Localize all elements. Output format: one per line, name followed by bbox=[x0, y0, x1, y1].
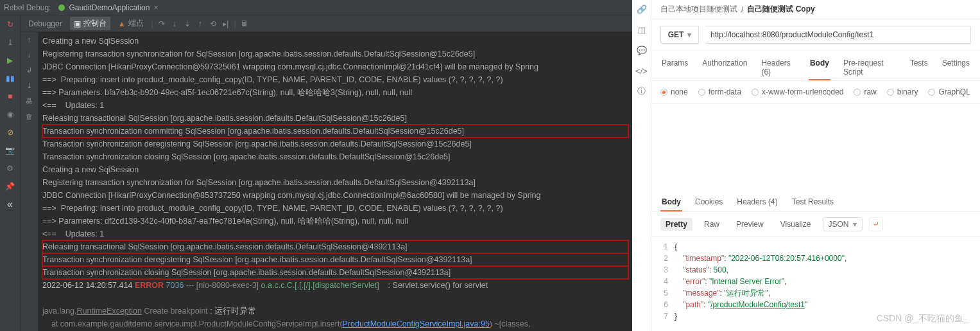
view-visualize[interactable]: Visualize bbox=[775, 218, 816, 231]
info-icon[interactable]: ⓘ bbox=[637, 86, 647, 96]
breakpoints-small-icon: ▲ bbox=[118, 19, 126, 28]
log-line: Transaction synchronization closing SqlS… bbox=[42, 150, 628, 163]
wrap-icon[interactable]: ⤶ bbox=[869, 217, 883, 231]
rerun-icon[interactable]: ↻ bbox=[5, 19, 15, 30]
pin-icon[interactable]: 📌 bbox=[5, 181, 15, 192]
step-into-icon[interactable]: ↓ bbox=[170, 19, 179, 28]
stop-icon[interactable]: ■ bbox=[5, 91, 15, 102]
json-line: 7} bbox=[657, 310, 980, 322]
code-icon[interactable]: </> bbox=[637, 66, 647, 76]
json-line: 4 "error": "Internal Server Error", bbox=[657, 276, 980, 287]
run-config-name: GauditDemoApplication bbox=[69, 3, 150, 12]
debugger-toolbar: Debugger ▣ 控制台 ▲ 端点 | ↷ ↓ ⇣ ↑ ⟲ ▸| | 🖩 bbox=[21, 15, 632, 32]
debug-prefix: Rebel Debug: bbox=[4, 3, 51, 12]
collapse-icon[interactable]: « bbox=[5, 199, 15, 210]
resume-icon[interactable]: ▶ bbox=[5, 55, 15, 66]
doc-icon[interactable]: ◫ bbox=[637, 24, 647, 35]
run-to-cursor-icon[interactable]: ▸| bbox=[221, 19, 230, 28]
left-gutter: ↻ ⤓ ▶ ▮▮ ■ ◉ ⊘ 📷 ⚙ 📌 « bbox=[0, 15, 21, 331]
log-line: JDBC Connection [HikariProxyConnection@5… bbox=[42, 60, 628, 73]
chevron-down-icon: ▾ bbox=[853, 220, 857, 229]
drop-frame-icon[interactable]: ⟲ bbox=[209, 19, 218, 28]
log-line: Creating a new SqlSession bbox=[42, 163, 628, 176]
tab-headers[interactable]: Headers (6) bbox=[760, 55, 797, 80]
tab-debugger[interactable]: Debugger bbox=[24, 18, 66, 30]
close-icon[interactable]: × bbox=[153, 3, 158, 12]
json-path-link[interactable]: /productModuleConfig/test1 bbox=[710, 300, 805, 309]
breakpoints-icon[interactable]: ◉ bbox=[5, 109, 15, 120]
console-output[interactable]: Creating a new SqlSessionRegistering tra… bbox=[39, 32, 632, 331]
camera-icon[interactable]: 📷 bbox=[5, 145, 15, 156]
breadcrumb-parent[interactable]: 自己本地项目随便测试 bbox=[660, 4, 737, 15]
view-pretty[interactable]: Pretty bbox=[660, 218, 692, 231]
link-icon[interactable]: 🔗 bbox=[637, 4, 647, 14]
pause-icon[interactable]: ▮▮ bbox=[5, 73, 15, 84]
json-line: 6 "path": "/productModuleConfig/test1" bbox=[657, 299, 980, 310]
log-line: ==> Preparing: insert into product_modul… bbox=[42, 73, 628, 86]
tab-prerequest[interactable]: Pre-request Script bbox=[842, 55, 897, 80]
format-select[interactable]: JSON ▾ bbox=[823, 217, 863, 231]
json-line: 5 "message": "运行时异常", bbox=[657, 287, 980, 299]
comments-icon[interactable]: 💬 bbox=[637, 45, 647, 55]
log-line: Registering transaction synchronization … bbox=[42, 48, 628, 60]
resp-tab-test-results[interactable]: Test Results bbox=[791, 193, 835, 211]
clear-icon[interactable]: 🗑 bbox=[25, 112, 34, 121]
radio-none[interactable]: none bbox=[660, 87, 688, 96]
evaluate-icon[interactable]: 🖩 bbox=[240, 19, 249, 28]
url-input[interactable]: http://localhost:8080/productModuleConfi… bbox=[705, 26, 971, 44]
force-step-into-icon[interactable]: ⇣ bbox=[183, 19, 192, 28]
resp-tab-cookies[interactable]: Cookies bbox=[694, 193, 724, 211]
log-line: <== Updates: 1 bbox=[42, 228, 628, 240]
breadcrumb-sep: / bbox=[741, 5, 743, 14]
response-viewbar: Pretty Raw Preview Visualize JSON ▾ ⤶ bbox=[651, 212, 980, 237]
source-link[interactable]: ProductModuleConfigServiceImpl.java:95 bbox=[343, 319, 490, 328]
log-line: Transaction synchronization committing S… bbox=[42, 125, 628, 138]
tab-tests[interactable]: Tests bbox=[909, 55, 929, 80]
radio-binary[interactable]: binary bbox=[887, 87, 918, 96]
json-line: 2 "timestamp": "2022-06-12T06:20:57.416+… bbox=[657, 253, 980, 264]
radio-raw[interactable]: raw bbox=[854, 87, 876, 96]
print-icon[interactable]: 🖶 bbox=[25, 96, 34, 105]
response-json[interactable]: 1{2 "timestamp": "2022-06-12T06:20:57.41… bbox=[651, 237, 980, 331]
mute-breakpoints-icon[interactable]: ⊘ bbox=[5, 127, 15, 138]
exception-head: java.lang.RuntimeException Create breakp… bbox=[42, 305, 628, 318]
chevron-down-icon: ▾ bbox=[687, 30, 691, 39]
view-preview[interactable]: Preview bbox=[731, 218, 769, 231]
resp-tab-headers[interactable]: Headers (4) bbox=[735, 193, 778, 211]
resp-tab-body[interactable]: Body bbox=[660, 193, 682, 211]
soft-wrap-icon[interactable]: ↲ bbox=[25, 66, 34, 75]
log-line: ==> Preparing: insert into product_modul… bbox=[42, 202, 628, 215]
down-stack-icon[interactable]: ↓ bbox=[25, 50, 34, 59]
step-over-icon[interactable]: ↷ bbox=[157, 19, 166, 28]
json-line: 1{ bbox=[657, 241, 980, 253]
console-side-icons: ↑ ↓ ↲ ⤓ 🖶 🗑 bbox=[21, 32, 39, 331]
step-out-icon[interactable]: ↑ bbox=[196, 19, 205, 28]
postman-rail: 🔗 ◫ 💬 </> ⓘ bbox=[632, 0, 651, 331]
run-config-tab[interactable]: GauditDemoApplication × bbox=[55, 3, 162, 12]
json-line: 3 "status": 500, bbox=[657, 264, 980, 276]
console-icon: ▣ bbox=[74, 19, 81, 28]
settings-icon[interactable]: ⚙ bbox=[5, 163, 15, 174]
tab-settings[interactable]: Settings bbox=[941, 55, 971, 80]
ide-panel: Rebel Debug: GauditDemoApplication × ↻ ⤓… bbox=[0, 0, 632, 331]
scroll-end-icon[interactable]: ⤓ bbox=[25, 81, 34, 90]
up-stack-icon[interactable]: ↑ bbox=[25, 35, 34, 44]
ide-tabs-bar: Rebel Debug: GauditDemoApplication × bbox=[0, 0, 632, 15]
breadcrumb-current: 自己随便测试 Copy bbox=[747, 4, 814, 15]
view-raw[interactable]: Raw bbox=[699, 218, 725, 231]
log-line: Creating a new SqlSession bbox=[42, 35, 628, 48]
tab-params[interactable]: Params bbox=[660, 55, 689, 80]
request-tabs: Params Authorization Headers (6) Body Pr… bbox=[651, 51, 980, 81]
tab-breakpoints[interactable]: ▲ 端点 bbox=[114, 17, 148, 30]
log-line: Transaction synchronization closing SqlS… bbox=[42, 266, 628, 279]
radio-form-data[interactable]: form-data bbox=[698, 87, 741, 96]
tab-body[interactable]: Body bbox=[809, 55, 830, 80]
method-select[interactable]: GET ▾ bbox=[660, 26, 699, 44]
compile-icon[interactable]: ⤓ bbox=[5, 37, 15, 48]
tab-authorization[interactable]: Authorization bbox=[701, 55, 748, 80]
radio-graphql[interactable]: GraphQL bbox=[928, 87, 970, 96]
tab-console[interactable]: ▣ 控制台 bbox=[70, 17, 110, 30]
log-error-line: 2022-06-12 14:20:57.414 ERROR 7036 --- [… bbox=[42, 279, 628, 292]
radio-x-www[interactable]: x-www-form-urlencoded bbox=[752, 87, 843, 96]
response-tabs: Body Cookies Headers (4) Test Results bbox=[651, 190, 980, 212]
